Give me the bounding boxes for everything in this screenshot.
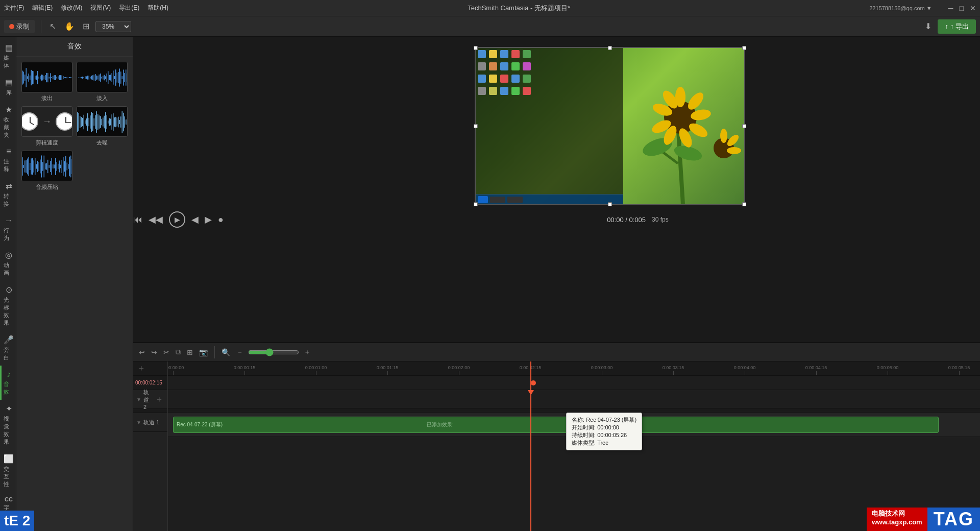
tooltip-start-row: 开始时间: 00:00:00 [572,424,636,431]
svg-point-21 [727,147,741,154]
sidebar-item-interactive[interactable]: ⬜ 交互性 [0,450,16,492]
handle-top-right[interactable] [742,46,746,50]
pointer-tool[interactable]: ↖ [47,19,58,33]
sidebar-item-visual[interactable]: ✦ 视觉效果 [0,400,16,450]
ruler-0: 0:00:00:00 [168,365,184,370]
download-button[interactable]: ⬇ [923,19,934,33]
menu-file[interactable]: 文件(F) [4,4,24,12]
menu-export[interactable]: 导出(E) [119,4,139,12]
export-icon: ↑ [945,22,948,30]
menu-help[interactable]: 帮助(H) [148,4,168,12]
compress-thumb [21,151,72,181]
hand-tool[interactable]: ✋ [62,19,77,33]
play-button[interactable]: ▶ [169,211,185,228]
sidebar-item-behavior[interactable]: → 行为 [0,212,16,246]
sidebar-item-library[interactable]: ▤ 库 [0,74,16,101]
ruler-tick-15f [244,371,245,375]
effect-fade-in[interactable]: 淡入 [77,62,128,102]
playhead-marker[interactable] [530,376,536,390]
redo-button[interactable]: ↪ [150,347,159,358]
sidebar-item-favorites[interactable]: ★ 收藏夹 [0,101,16,143]
visual-icon: ✦ [6,404,12,414]
track-labels: ＋ 00:00:02:15 ▼ 轨道 2 ＋ [133,361,168,531]
copy-button[interactable]: ⧉ [174,346,182,358]
step-back-button[interactable]: ⏮ [133,214,142,225]
ruler-4s15f: 0:00:04:15 [805,365,827,370]
clip-label: Rec 04-07-23 (屏幕) [177,421,223,428]
undo-button[interactable]: ↩ [137,347,146,358]
favorites-icon: ★ [5,105,12,114]
track-1-label: 轨道 1 [143,419,159,426]
sidebar-item-animation[interactable]: ◎ 动画 [0,246,16,281]
zoom-in-tl[interactable]: 🔍 [220,347,232,358]
handle-top-center[interactable] [608,46,612,50]
menu-view[interactable]: 视图(V) [90,4,111,12]
timeline-toolbar: ↩ ↪ ✂ ⧉ ⊞ 📷 🔍 － ＋ [133,343,980,361]
playhead-row [168,376,980,390]
fade-in-label: 淡入 [96,94,108,102]
handle-bot-right[interactable] [742,202,746,206]
ruler-4s: 0:00:04:00 [734,365,756,370]
export-button[interactable]: ↑ ↑ 导出 [938,19,976,34]
zoom-minus[interactable]: － [235,346,245,358]
clip-tooltip: 名称: Rec 04-07-23 (屏幕) 开始时间: 00:00:00 持续时… [566,413,642,450]
effect-clip-speed[interactable]: → 剪辑速度 [21,106,72,147]
sidebar-item-cursor[interactable]: ⊙ 光标效果 [0,281,16,331]
handle-bot-left[interactable] [474,202,478,206]
ruler-15f: 0:00:00:15 [234,365,256,370]
add-track-button[interactable]: ＋ [136,362,146,375]
effect-fade-out[interactable]: 淡出 [21,62,72,102]
sidebar-label-voiceover: 旁白 [4,346,14,361]
tooltip-type-label: 媒体类型: [572,440,596,446]
zoom-slider[interactable] [248,348,299,356]
frame-tool[interactable]: ⊞ [81,19,91,33]
ruler-5s: 0:00:05:00 [877,365,899,370]
animation-icon: ◎ [5,250,12,260]
paste-button[interactable]: ⊞ [185,347,194,358]
sidebar-item-notes[interactable]: ≡ 注释 [0,143,16,177]
reverse-button[interactable]: ◀◀ [149,214,163,225]
watermark-right: TAG [927,508,980,531]
ruler-5s15f: 0:00:05:15 [948,365,970,370]
handle-bot-center[interactable] [608,202,612,206]
user-account[interactable]: 2215788156@qq.com ▼ [869,5,932,11]
sidebar-item-media[interactable]: ▤ 媒体 [0,39,16,74]
effect-compress[interactable]: 音频压缩 [21,151,72,191]
tracks-area[interactable]: 0:00:00:00 0:00:00:15 0:00:01:00 0:00:01… [168,361,980,531]
sidebar-item-transitions[interactable]: ⇄ 转换 [0,177,16,212]
sidebar-item-audio[interactable]: ♪ 音效 [0,366,16,400]
track-clip-main[interactable]: Rec 04-07-23 (屏幕) 已添加效果: [173,417,939,433]
te2-label: tE 2 [0,511,34,531]
camera-button[interactable]: 📷 [198,347,209,358]
handle-mid-right[interactable] [742,124,746,128]
zoom-select[interactable]: 35% 50% 75% 100% [95,21,131,32]
sidebar-item-voiceover[interactable]: 🎤 旁白 [0,331,16,366]
timeline-ruler: 0:00:00:00 0:00:00:15 0:00:01:00 0:00:01… [168,361,980,376]
menu-edit[interactable]: 编辑(E) [32,4,53,12]
track-2-expand[interactable]: ▼ [136,397,141,402]
handle-mid-left[interactable] [474,124,478,128]
prev-marker-button[interactable]: ◀ [191,214,199,225]
close-button[interactable]: ✕ [970,4,976,12]
sidebar-label-library: 库 [6,89,12,96]
menu-modify[interactable]: 修改(M) [61,4,82,12]
ruler-tick-1s15f [387,371,388,375]
zoom-plus[interactable]: ＋ [302,346,312,358]
clock-face-2 [56,112,72,131]
maximize-button[interactable]: □ [960,4,964,12]
track-1-expand[interactable]: ▼ [136,420,141,425]
minimize-button[interactable]: ─ [948,4,953,12]
window-controls[interactable]: ─ □ ✕ [948,4,976,12]
scissors-button[interactable]: ✂ [162,347,171,358]
main-area: ▤ 媒体 ▤ 库 ★ 收藏夹 ≡ 注释 ⇄ 转换 → 行为 ◎ 动画 ⊙ 光标效 [0,37,980,531]
track-2-add[interactable]: ＋ [154,393,164,406]
track-2-row [168,390,980,408]
sunflower-area [616,48,744,204]
cc-icon: CC [5,496,13,502]
next-marker-button[interactable]: ▶ [205,214,212,225]
record-button[interactable]: 录制 [4,20,35,33]
handle-top-left[interactable] [474,46,478,50]
effect-remove-noise[interactable]: 去噪 [77,106,128,147]
ruler-tick-0 [173,371,174,375]
marker-button[interactable]: ● [218,214,224,225]
